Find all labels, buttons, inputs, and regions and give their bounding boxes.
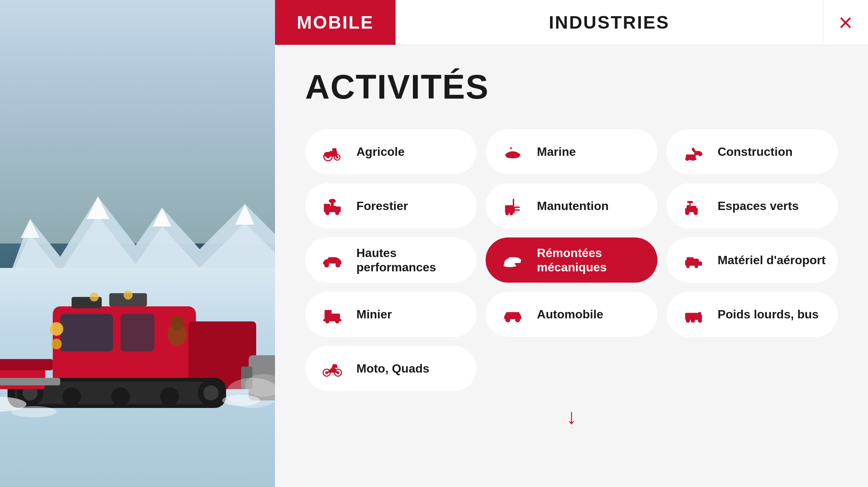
car-icon <box>498 299 528 329</box>
svg-rect-72 <box>328 257 336 261</box>
svg-point-15 <box>124 291 133 300</box>
svg-rect-52 <box>324 204 330 207</box>
svg-point-64 <box>510 212 513 215</box>
snowcat-machine <box>0 261 275 449</box>
tab-industries[interactable]: INDUSTRIES <box>396 0 823 45</box>
activity-label-remontees-mecaniques: Rémontées mécaniques <box>537 246 645 275</box>
svg-point-10 <box>51 339 62 349</box>
svg-point-48 <box>686 158 688 161</box>
tab-mobile[interactable]: MOBILE <box>275 0 396 45</box>
right-panel: MOBILE INDUSTRIES × ACTIVITÉS Agricole M… <box>275 0 868 487</box>
activity-label-forestier: Forestier <box>356 199 408 213</box>
tab-industries-label: INDUSTRIES <box>549 12 670 33</box>
close-button[interactable]: × <box>823 0 868 45</box>
activity-label-hautes-performances: Hautes performances <box>356 246 465 275</box>
svg-rect-61 <box>514 207 520 208</box>
hero-image-panel <box>0 0 275 487</box>
svg-rect-112 <box>685 314 688 317</box>
svg-point-87 <box>694 265 698 268</box>
activity-label-materiel-aeroport: Matériel d'aéroport <box>718 253 826 267</box>
svg-point-54 <box>325 211 329 215</box>
svg-point-82 <box>504 264 517 267</box>
svg-rect-84 <box>686 257 694 262</box>
excavator-icon <box>679 137 709 167</box>
svg-point-114 <box>325 371 328 374</box>
svg-rect-26 <box>0 359 53 370</box>
svg-rect-90 <box>324 310 332 315</box>
svg-rect-81 <box>505 260 507 262</box>
svg-point-24 <box>203 385 219 400</box>
activity-item-manutention[interactable]: Manutention <box>486 183 657 228</box>
mining-truck-icon <box>317 299 347 329</box>
activity-item-remontees-mecaniques[interactable]: Rémontées mécaniques <box>486 237 657 283</box>
scroll-down-wrap: ↓ <box>305 406 838 427</box>
boat-icon <box>498 137 528 167</box>
activity-label-construction: Construction <box>718 145 793 159</box>
activity-item-construction[interactable]: Construction <box>666 129 838 174</box>
activity-label-espaces-verts: Espaces verts <box>718 199 799 213</box>
activity-item-automobile[interactable]: Automobile <box>486 292 657 337</box>
activity-item-materiel-aeroport[interactable]: Matériel d'aéroport <box>666 237 838 283</box>
svg-point-111 <box>699 320 701 321</box>
forestry-truck-icon <box>317 191 347 221</box>
svg-point-49 <box>691 158 694 161</box>
activity-label-marine: Marine <box>537 145 576 159</box>
svg-point-20 <box>62 387 81 406</box>
activity-label-moto-quads: Moto, Quads <box>356 361 429 376</box>
svg-rect-78 <box>339 262 341 265</box>
svg-point-75 <box>326 264 328 266</box>
svg-point-21 <box>111 387 130 406</box>
scroll-down-arrow[interactable]: ↓ <box>566 406 577 427</box>
svg-point-110 <box>692 320 694 321</box>
activity-item-marine[interactable]: Marine <box>486 129 657 174</box>
forklift-icon <box>498 191 528 221</box>
tractor-icon <box>317 137 347 167</box>
svg-rect-85 <box>698 262 702 266</box>
svg-rect-71 <box>687 201 693 203</box>
motorcycle-icon <box>317 353 347 384</box>
racing-car-icon <box>317 245 347 275</box>
svg-rect-77 <box>323 262 326 265</box>
activity-item-moto-quads[interactable]: Moto, Quads <box>305 346 477 391</box>
lawn-mower-icon <box>679 191 709 221</box>
svg-rect-117 <box>332 365 337 368</box>
svg-rect-43 <box>332 148 336 152</box>
airport-vehicle-icon <box>679 245 709 275</box>
activity-label-manutention: Manutention <box>537 199 608 213</box>
svg-rect-62 <box>514 209 520 211</box>
svg-rect-27 <box>0 378 60 385</box>
header: MOBILE INDUSTRIES × <box>275 0 868 45</box>
activities-grid: Agricole Marine Construction Forestier M… <box>305 129 838 391</box>
svg-rect-101 <box>504 317 508 319</box>
svg-rect-60 <box>513 199 514 208</box>
svg-point-57 <box>329 199 336 203</box>
svg-point-31 <box>170 316 184 331</box>
truck-icon <box>679 299 709 329</box>
svg-rect-7 <box>60 314 113 352</box>
activity-label-poids-lourds-bus: Poids lourds, bus <box>718 307 819 321</box>
section-title: ACTIVITÉS <box>305 68 838 107</box>
activity-label-agricole: Agricole <box>356 145 405 159</box>
activity-item-hautes-performances[interactable]: Hautes performances <box>305 237 477 283</box>
svg-rect-79 <box>509 257 516 261</box>
svg-rect-102 <box>518 317 521 319</box>
svg-point-33 <box>11 406 57 417</box>
activity-label-automobile: Automobile <box>537 307 603 321</box>
svg-point-22 <box>160 387 179 406</box>
svg-rect-8 <box>121 314 154 352</box>
svg-rect-67 <box>691 206 696 208</box>
tab-mobile-label: MOBILE <box>297 12 374 33</box>
svg-rect-88 <box>693 259 698 261</box>
svg-rect-105 <box>698 312 701 316</box>
activity-item-espaces-verts[interactable]: Espaces verts <box>666 183 838 228</box>
svg-point-55 <box>335 211 339 215</box>
activity-item-forestier[interactable]: Forestier <box>305 183 477 228</box>
svg-point-76 <box>337 264 339 266</box>
svg-point-69 <box>694 211 698 215</box>
activity-item-minier[interactable]: Minier <box>305 292 477 337</box>
activity-item-poids-lourds-bus[interactable]: Poids lourds, bus <box>666 292 838 337</box>
svg-point-14 <box>90 292 99 301</box>
svg-point-95 <box>336 320 338 323</box>
activity-item-agricole[interactable]: Agricole <box>305 129 477 174</box>
close-icon: × <box>839 11 853 35</box>
